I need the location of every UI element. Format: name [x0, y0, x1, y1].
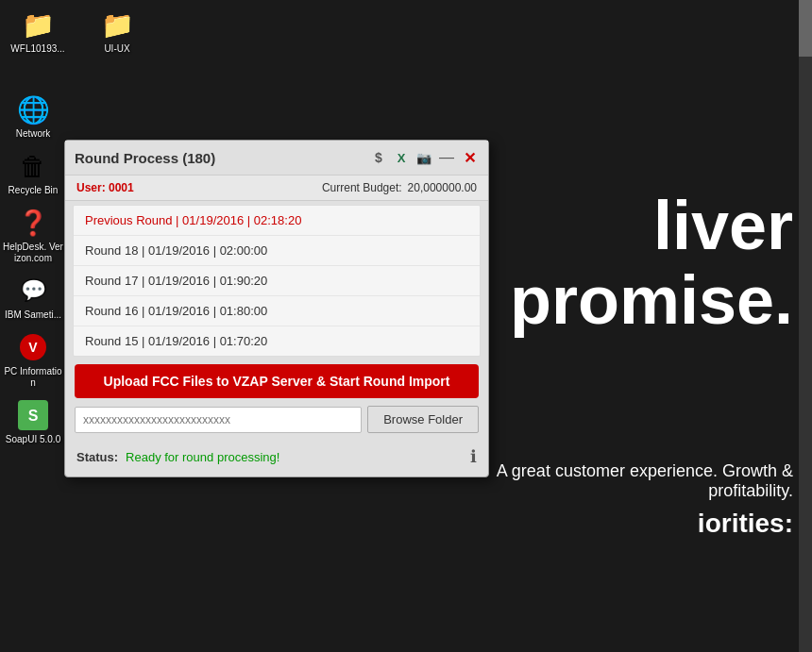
svg-text:V: V [28, 340, 38, 355]
ibm-label: IBM Sameti... [5, 309, 61, 321]
round-item-17[interactable]: Round 17 | 01/19/2016 | 01:90:20 [74, 266, 480, 296]
network-icon: 🌐 [16, 92, 50, 126]
status-bar: Status: Ready for round processing! ℹ [65, 441, 488, 476]
camera-icon-button[interactable]: 📷 [414, 148, 433, 167]
round-item-15[interactable]: Round 15 | 01/19/2016 | 01:70:20 [74, 326, 480, 356]
dollar-icon-button[interactable]: $ [369, 148, 388, 167]
desktop-icon-label: WFL10193... [10, 43, 64, 55]
desktop: liver e promise. iorities: A great custo… [0, 0, 812, 652]
pc-icon: V [16, 330, 50, 364]
recycle-icon: 🗑 [16, 149, 50, 183]
top-icons-row: 📁 WFL10193... 📁 UI-UX [0, 0, 155, 62]
budget-value: 20,000000.00 [408, 181, 477, 194]
desktop-icon-pc[interactable]: V PC Information [3, 330, 63, 389]
helpdesk-label: HelpDesk. Verizon.com [3, 242, 63, 264]
soapui-icon: S [16, 398, 50, 432]
desktop-icon-network[interactable]: 🌐 Network [3, 92, 63, 140]
desktop-icon-uiux[interactable]: 📁 UI-UX [87, 8, 147, 55]
round-item-previous[interactable]: Previous Round | 01/19/2016 | 02:18:20 [74, 206, 480, 236]
scrollbar[interactable] [799, 0, 812, 652]
bg-priorities-text: iorities: [698, 509, 812, 539]
folder-path-input[interactable] [75, 407, 362, 433]
modal-title: Round Process (180) [75, 150, 215, 166]
round-item-16[interactable]: Round 16 | 01/19/2016 | 01:80:00 [74, 296, 480, 326]
desktop-icon-wfl[interactable]: 📁 WFL10193... [8, 8, 68, 55]
desktop-icon-helpdesk[interactable]: ❓ HelpDesk. Verizon.com [3, 206, 63, 264]
network-label: Network [16, 128, 51, 140]
scrollbar-thumb[interactable] [799, 0, 812, 57]
modal-title-icons: $ X 📷 — ✕ [369, 148, 479, 167]
desktop-icon-recycle[interactable]: 🗑 Recycle Bin [3, 149, 63, 196]
modal-titlebar: Round Process (180) $ X 📷 — ✕ [65, 141, 488, 176]
left-icon-column: 🌐 Network 🗑 Recycle Bin ❓ HelpDesk. Veri… [0, 85, 66, 445]
desktop-icon-soapui[interactable]: S SoapUI 5.0.0 [3, 398, 63, 445]
folder-row: Browse Folder [75, 406, 479, 433]
status-text: Ready for round processing! [126, 450, 279, 464]
budget-label: Current Budget: [322, 181, 402, 194]
info-icon: ℹ [470, 446, 477, 467]
folder-icon: 📁 [21, 8, 55, 42]
budget-area: Current Budget: 20,000000.00 [322, 181, 477, 194]
desktop-icon-ibm[interactable]: 💬 IBM Sameti... [3, 274, 63, 321]
round-item-18[interactable]: Round 18 | 01/19/2016 | 02:00:00 [74, 236, 480, 266]
excel-icon-button[interactable]: X [392, 148, 411, 167]
pc-label: PC Information [3, 366, 63, 389]
helpdesk-icon: ❓ [16, 206, 50, 240]
close-button[interactable]: ✕ [460, 148, 479, 167]
desktop-icon-label: UI-UX [104, 43, 129, 55]
browse-folder-button[interactable]: Browse Folder [367, 406, 479, 433]
rounds-list: Previous Round | 01/19/2016 | 02:18:20 R… [73, 205, 481, 357]
status-label: Status: [76, 450, 118, 464]
svg-text:S: S [28, 408, 39, 424]
ibm-icon: 💬 [16, 274, 50, 308]
soapui-label: SoapUI 5.0.0 [6, 434, 60, 445]
folder-icon: 📁 [100, 8, 134, 42]
upload-button[interactable]: Upload FCC Files to VZAP Server & Start … [75, 364, 479, 398]
background-text: liver e promise. [453, 189, 812, 338]
round-process-dialog: Round Process (180) $ X 📷 — ✕ User: 0001… [64, 140, 489, 477]
user-label: User: 0001 [76, 181, 134, 194]
modal-info-bar: User: 0001 Current Budget: 20,000000.00 [65, 176, 488, 201]
recycle-label: Recycle Bin [8, 185, 59, 196]
minimize-button[interactable]: — [437, 148, 456, 167]
